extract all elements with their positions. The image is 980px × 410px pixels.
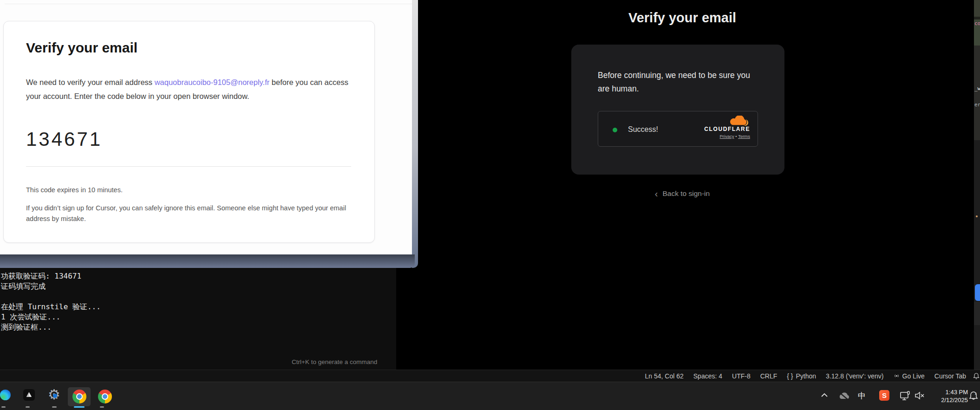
chrome-icon-secondary[interactable] [98, 390, 112, 403]
cloudflare-cloud-icon [726, 116, 750, 127]
email-divider [26, 166, 351, 167]
cloudflare-turnstile-widget: Success! CLOUDFLARE Privacy • Terms [598, 111, 758, 147]
sliver-block [974, 0, 980, 17]
email-heading: Verify your email [26, 40, 137, 56]
cloudflare-wordmark: CLOUDFLARE [699, 126, 750, 132]
taskbar-indicator [100, 406, 104, 408]
statusbar-language[interactable]: { }Python [787, 372, 816, 380]
statusbar-encoding[interactable]: UTF-8 [732, 372, 751, 380]
taskbar-indicator [26, 406, 30, 408]
code-fragment: er [974, 102, 980, 108]
cloudflare-branding: CLOUDFLARE Privacy • Terms [699, 116, 750, 139]
terminal-line: 1 次尝试验证... [1, 312, 101, 322]
monitor-icon[interactable] [900, 390, 911, 403]
turnstile-links: Privacy • Terms [699, 134, 750, 139]
terminal-line [1, 292, 101, 302]
code-fragment: co [974, 20, 980, 26]
verify-page-title: Verify your email [575, 10, 789, 26]
python-braces-icon: { } [787, 372, 793, 380]
window-frame-edge [412, 0, 418, 268]
edge-floating-button[interactable] [975, 284, 980, 301]
svg-text:z: z [975, 391, 977, 396]
clock-date: 2/12/2025 [941, 396, 968, 404]
language-label: Python [796, 372, 817, 380]
code-fragment: _w [974, 85, 980, 91]
email-body-text: We need to verify your email address waq… [26, 75, 357, 103]
terminal-line: 功获取验证码: 134671 [1, 271, 101, 281]
edge-icon[interactable] [0, 390, 11, 400]
privacy-link[interactable]: Privacy [720, 134, 734, 139]
taskbar-indicator [52, 406, 57, 408]
statusbar: Ln 54, Col 62 Spaces: 4 UTF-8 CRLF { }Py… [0, 370, 980, 382]
snipaste-icon[interactable]: S [879, 390, 889, 401]
sliver-marker-dot [976, 215, 978, 217]
statusbar-line-col[interactable]: Ln 54, Col 62 [645, 372, 683, 380]
email-content-card: Verify your email We need to verify your… [3, 21, 375, 243]
background-editor-sliver: co _w er [974, 0, 980, 370]
back-chevron-icon: ‹ [655, 190, 658, 197]
clock-time: 1:43 PM [941, 388, 968, 396]
verification-code: 134671 [26, 128, 102, 150]
terminal-line: 测到验证框... [1, 322, 101, 332]
code-expiry-note: This code expires in 10 minutes. [26, 186, 123, 194]
turnstile-status-text: Success! [628, 125, 658, 134]
statusbar-cursor-tab[interactable]: Cursor Tab [934, 372, 966, 380]
taskbar-indicator-active [74, 406, 85, 408]
statusbar-go-live[interactable]: Go Live [894, 372, 925, 380]
settings-gear-icon[interactable]: ⚙ [48, 388, 60, 402]
notification-bell-icon[interactable]: z [969, 390, 978, 403]
statusbar-eol[interactable]: CRLF [760, 372, 777, 380]
sliver-block [974, 46, 980, 140]
go-live-label: Go Live [902, 372, 925, 380]
taskbar-clock[interactable]: 1:43 PM 2/12/2025 [941, 388, 968, 404]
ctrl-k-hint: Ctrl+K to generate a command [292, 358, 377, 365]
volume-muted-icon[interactable] [915, 391, 925, 402]
window-top-divider [5, 4, 412, 4]
taskbar-indicator [1, 406, 6, 408]
links-separator: • [735, 134, 737, 139]
statusbar-bell-icon[interactable] [973, 372, 980, 380]
email-address-link[interactable]: waquobraucoibo-9105@noreply.fr [155, 78, 270, 86]
human-check-prompt: Before continuing, we need to be sure yo… [598, 69, 757, 96]
tray-expand-chevron-icon[interactable] [820, 391, 829, 400]
terms-link[interactable]: Terms [738, 134, 750, 139]
window-bottom-titlebar [0, 254, 415, 268]
terminal-line: 在处理 Turnstile 验证... [1, 302, 101, 312]
success-status-dot [613, 128, 617, 132]
go-live-broadcast-icon [894, 373, 900, 379]
email-body-pre: We need to verify your email address [26, 78, 155, 86]
ime-chinese-icon[interactable]: 中 [858, 390, 866, 401]
terminal-output: 功获取验证码: 134671 证码填写完成 在处理 Turnstile 验证..… [1, 271, 101, 332]
statusbar-interpreter[interactable]: 3.12.8 ('venv': venv) [826, 372, 883, 380]
back-to-signin-link[interactable]: ‹ Back to sign-in [575, 189, 789, 198]
onedrive-offline-icon[interactable] [837, 391, 850, 402]
statusbar-spaces[interactable]: Spaces: 4 [693, 372, 722, 380]
terminal-line: 证码填写完成 [1, 281, 101, 292]
taskbar: ⚙ 中 S 1:43 PM 2/12/2025 z [0, 382, 980, 410]
chrome-icon-active[interactable] [72, 390, 86, 403]
email-disclaimer: If you didn’t sign up for Cursor, you ca… [26, 203, 351, 224]
terminal-panel[interactable]: 功获取验证码: 134671 证码填写完成 在处理 Turnstile 验证..… [0, 268, 396, 370]
back-to-signin-label: Back to sign-in [663, 189, 710, 198]
cube-app-icon[interactable] [23, 389, 35, 401]
email-preview-window: Verify your email We need to verify your… [0, 0, 418, 268]
verify-card: Before continuing, we need to be sure yo… [571, 45, 784, 175]
sliver-block [974, 302, 980, 325]
